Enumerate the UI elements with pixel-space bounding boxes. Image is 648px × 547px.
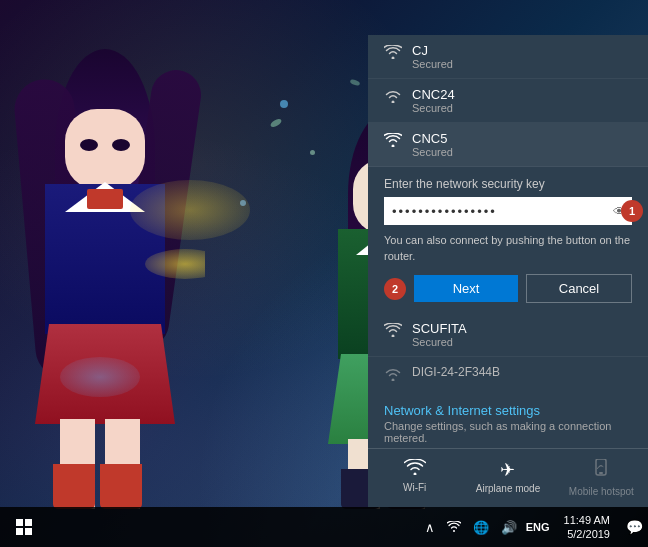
magic-glow (130, 180, 250, 240)
svg-rect-2 (16, 519, 23, 526)
wifi-status-cj: Secured (412, 58, 632, 70)
wifi-info-digi: DIGI-24-2F344B (412, 365, 632, 379)
wifi-network-cnc24[interactable]: CNC24 Secured (368, 79, 648, 123)
wifi-name-scufita: SCUFITA (412, 321, 632, 336)
start-button[interactable] (4, 507, 44, 547)
wifi-status-cnc24: Secured (412, 102, 632, 114)
password-section: Enter the network security key 👁 1 You c… (368, 167, 648, 313)
password-label: Enter the network security key (384, 177, 632, 191)
particle3 (310, 150, 315, 155)
wifi-info-cj: CJ Secured (412, 43, 632, 70)
taskbar-left (0, 507, 422, 547)
wifi-panel: CJ Secured CNC24 Secured (368, 35, 648, 507)
wifi-icon-cnc24 (384, 89, 402, 107)
notification-icon[interactable]: 💬 (624, 517, 644, 537)
globe-icon[interactable]: 🌐 (470, 520, 492, 535)
taskbar: ∧ 🌐 🔊 ENG 11:49 AM 5/2/2019 💬 (0, 507, 648, 547)
airplane-icon: ✈ (500, 459, 515, 481)
mobile-hotspot-label: Mobile hotspot (569, 486, 634, 497)
svg-rect-5 (25, 528, 32, 535)
wifi-info-scufita: SCUFITA Secured (412, 321, 632, 348)
next-button[interactable]: Next (414, 275, 518, 302)
taskbar-right: ∧ 🌐 🔊 ENG 11:49 AM 5/2/2019 💬 (422, 513, 648, 542)
svg-rect-4 (16, 528, 23, 535)
step2-badge: 2 (384, 278, 406, 300)
connect-hint: You can also connect by pushing the butt… (384, 233, 632, 264)
wifi-name-cnc24: CNC24 (412, 87, 632, 102)
wifi-network-digi[interactable]: DIGI-24-2F344B (368, 357, 648, 393)
volume-icon[interactable]: 🔊 (498, 520, 520, 535)
password-input-wrap: 👁 1 (384, 197, 632, 225)
wifi-network-cnc5[interactable]: CNC5 Secured (368, 123, 648, 167)
wifi-name-digi: DIGI-24-2F344B (412, 365, 632, 379)
cancel-button[interactable]: Cancel (526, 274, 632, 303)
magic-glow2 (60, 357, 140, 397)
mobile-hotspot-icon (592, 459, 610, 484)
bottom-bar: Wi-Fi ✈ Airplane mode Mobile hotspot (368, 448, 648, 507)
button-row: 2 Next Cancel (384, 274, 632, 303)
particle (280, 100, 288, 108)
taskbar-wifi-icon[interactable] (444, 520, 464, 535)
wifi-toggle-label: Wi-Fi (403, 482, 426, 493)
character-left (5, 49, 205, 509)
wifi-info-cnc5: CNC5 Secured (412, 131, 632, 158)
svg-rect-1 (599, 472, 603, 474)
mobile-hotspot-button[interactable]: Mobile hotspot (555, 449, 648, 507)
taskbar-date-display: 5/2/2019 (564, 527, 610, 541)
wifi-network-scufita[interactable]: SCUFITA Secured (368, 313, 648, 357)
wifi-icon-digi (384, 367, 402, 385)
chevron-up-icon[interactable]: ∧ (422, 520, 438, 535)
wifi-bottom-icon (404, 459, 426, 480)
network-settings: Network & Internet settings Change setti… (368, 393, 648, 448)
wifi-network-cj[interactable]: CJ Secured (368, 35, 648, 79)
wifi-icon-cj (384, 45, 402, 63)
network-settings-title[interactable]: Network & Internet settings (384, 403, 632, 418)
wifi-info-cnc24: CNC24 Secured (412, 87, 632, 114)
wifi-status-scufita: Secured (412, 336, 632, 348)
language-label[interactable]: ENG (526, 521, 550, 533)
network-settings-sub: Change settings, such as making a connec… (384, 420, 632, 444)
password-input[interactable] (384, 197, 632, 225)
airplane-label: Airplane mode (476, 483, 540, 494)
taskbar-time-display: 11:49 AM (564, 513, 610, 527)
wifi-toggle-button[interactable]: Wi-Fi (368, 449, 461, 507)
particle2 (240, 200, 246, 206)
step1-badge: 1 (621, 200, 643, 222)
taskbar-clock[interactable]: 11:49 AM 5/2/2019 (556, 513, 618, 542)
wifi-status-cnc5: Secured (412, 146, 632, 158)
wifi-name-cnc5: CNC5 (412, 131, 632, 146)
wifi-icon-scufita (384, 323, 402, 341)
svg-rect-3 (25, 519, 32, 526)
wifi-name-cj: CJ (412, 43, 632, 58)
airplane-mode-button[interactable]: ✈ Airplane mode (461, 449, 554, 507)
wifi-icon-cnc5 (384, 133, 402, 151)
